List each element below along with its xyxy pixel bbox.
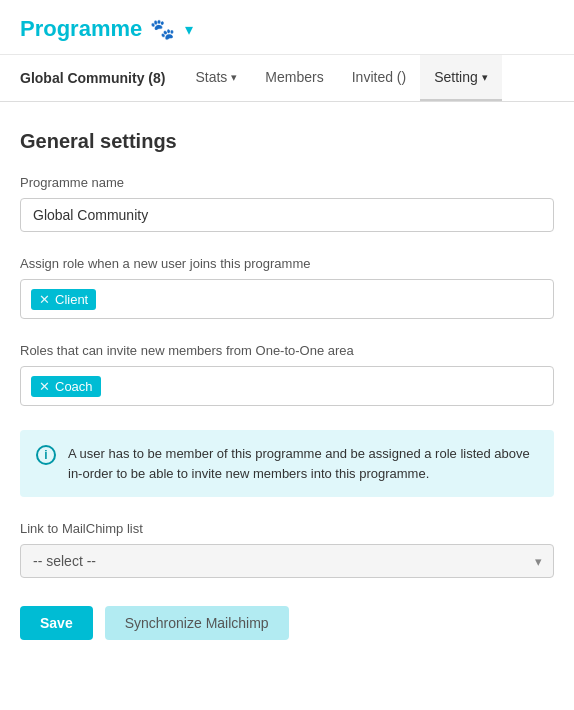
section-title: General settings — [20, 130, 554, 153]
tab-members-label: Members — [265, 69, 323, 85]
client-tag-remove-icon[interactable]: ✕ — [39, 293, 50, 306]
tab-stats-arrow-icon: ▾ — [231, 71, 237, 84]
save-button[interactable]: Save — [20, 606, 93, 640]
tab-setting-arrow-icon: ▾ — [482, 71, 488, 84]
info-icon: i — [36, 445, 56, 465]
info-box: i A user has to be member of this progra… — [20, 430, 554, 497]
tab-invited[interactable]: Invited () — [338, 55, 420, 101]
mailchimp-label: Link to MailChimp list — [20, 521, 554, 536]
tab-invited-label: Invited () — [352, 69, 406, 85]
roles-invite-label: Roles that can invite new members from O… — [20, 343, 554, 358]
sync-mailchimp-button[interactable]: Synchronize Mailchimp — [105, 606, 289, 640]
mailchimp-select-wrapper: -- select -- — [20, 544, 554, 578]
assign-role-label: Assign role when a new user joins this p… — [20, 256, 554, 271]
button-row: Save Synchronize Mailchimp — [20, 606, 554, 640]
mailchimp-select[interactable]: -- select -- — [20, 544, 554, 578]
mailchimp-group: Link to MailChimp list -- select -- — [20, 521, 554, 578]
app-title: Programme — [20, 16, 142, 42]
app-header: Programme 🐾 ▾ — [0, 0, 574, 55]
assign-role-tag-input[interactable]: ✕ Client — [20, 279, 554, 319]
coach-tag-remove-icon[interactable]: ✕ — [39, 380, 50, 393]
header-chevron-icon[interactable]: ▾ — [185, 20, 193, 39]
programme-name-input[interactable] — [20, 198, 554, 232]
client-tag[interactable]: ✕ Client — [31, 289, 96, 310]
coach-tag-label: Coach — [55, 379, 93, 394]
tab-setting[interactable]: Setting ▾ — [420, 55, 502, 101]
programme-name-group: Programme name — [20, 175, 554, 232]
tab-setting-label: Setting — [434, 69, 478, 85]
tab-stats-label: Stats — [195, 69, 227, 85]
tab-members[interactable]: Members — [251, 55, 337, 101]
roles-invite-group: Roles that can invite new members from O… — [20, 343, 554, 406]
assign-role-group: Assign role when a new user joins this p… — [20, 256, 554, 319]
client-tag-label: Client — [55, 292, 88, 307]
programme-name-label: Programme name — [20, 175, 554, 190]
community-label: Global Community (8) — [20, 55, 181, 101]
tab-stats[interactable]: Stats ▾ — [181, 55, 251, 101]
programme-icon: 🐾 — [150, 17, 175, 41]
tabs-nav: Global Community (8) Stats ▾ Members Inv… — [0, 55, 574, 102]
coach-tag[interactable]: ✕ Coach — [31, 376, 101, 397]
info-text: A user has to be member of this programm… — [68, 444, 538, 483]
roles-invite-tag-input[interactable]: ✕ Coach — [20, 366, 554, 406]
main-content: General settings Programme name Assign r… — [0, 102, 574, 660]
